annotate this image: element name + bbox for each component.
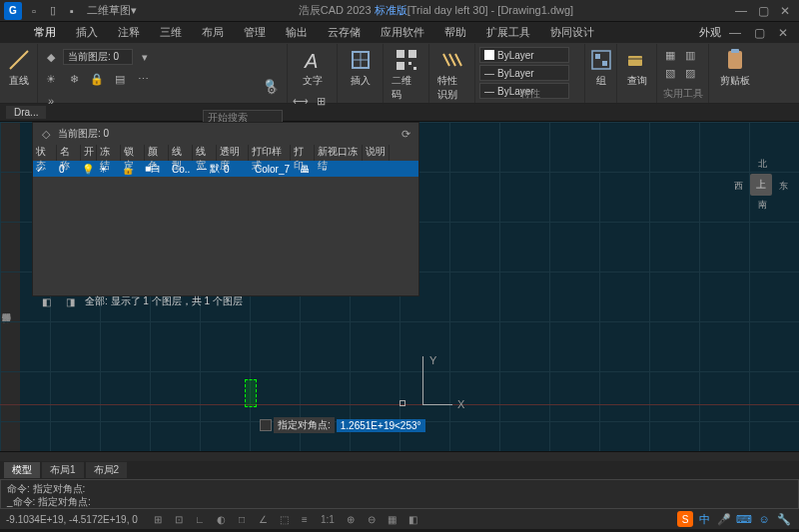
lp-filter-icon[interactable]: ◧	[37, 292, 55, 310]
lineweight-combo[interactable]: — ByLayer	[479, 65, 569, 81]
layer-tool-icon[interactable]: ▾	[136, 48, 154, 66]
workspace-dropdown[interactable]: 二维草图 ▾	[83, 3, 141, 19]
lp-new-icon[interactable]: ◇	[37, 125, 55, 143]
tab-collab[interactable]: 协同设计	[540, 22, 604, 43]
ime-mic-icon[interactable]: 🎤	[715, 511, 733, 527]
clipboard-button[interactable]: 剪贴板	[713, 46, 757, 90]
layer-icon[interactable]: ◆	[42, 48, 60, 66]
app-logo[interactable]: G	[4, 2, 22, 20]
svg-rect-5	[397, 62, 404, 70]
open-icon[interactable]: ▯	[45, 3, 61, 19]
doc-minimize-button[interactable]: —	[725, 25, 745, 41]
snap-toggle[interactable]: ⊡	[170, 511, 188, 527]
find-icon	[625, 48, 649, 72]
tab-3d[interactable]: 三维	[150, 22, 192, 43]
layer-btn1[interactable]: ☀	[42, 70, 60, 88]
osnap-toggle[interactable]: □	[233, 511, 251, 527]
util1-icon[interactable]: ▦	[661, 46, 679, 64]
grid-toggle[interactable]: ⊞	[149, 511, 167, 527]
tab-extend[interactable]: 扩展工具	[476, 22, 540, 43]
gear-icon[interactable]: ⚙	[263, 81, 281, 99]
ime-icon[interactable]: S	[677, 511, 693, 527]
lp-refresh-icon[interactable]: ⟳	[397, 125, 414, 143]
tab-home[interactable]: 常用	[24, 22, 66, 43]
tab-insert[interactable]: 插入	[66, 22, 108, 43]
layer-table-header: 状态 名称 开 冻结 锁定 颜色 线型 线宽 透明度 打印样式 打印 新视口冻结…	[33, 145, 418, 161]
layer-manager-panel: ◇ 当前图层: 0 ⟳ 状态 名称 开 冻结 锁定 颜色 线型 线宽 透明度 打…	[32, 122, 419, 296]
text-button[interactable]: A 文字	[292, 46, 333, 90]
minimize-button[interactable]: —	[731, 3, 751, 19]
file-tab-active[interactable]: Dra...	[6, 106, 46, 119]
ime-tool-icon[interactable]: 🔧	[775, 511, 793, 527]
lwt-toggle[interactable]: ≡	[296, 511, 314, 527]
insert-button[interactable]: 插入	[342, 46, 379, 90]
ime-lang[interactable]: 中	[695, 511, 713, 527]
layer-more[interactable]: ⋯	[134, 70, 152, 88]
layer-combo[interactable]: 当前图层: 0	[63, 49, 133, 65]
line-button[interactable]: 直线	[4, 46, 33, 90]
ime-kbd-icon[interactable]: ⌨	[735, 511, 753, 527]
table-icon[interactable]: ⊞	[312, 92, 330, 110]
sb-more2[interactable]: ⊖	[363, 511, 381, 527]
layer-footer: ◧ ◨ 全部: 显示了 1 个图层，共 1 个图层	[33, 291, 418, 311]
drawing-area[interactable]: 图层特性管理器 YX 上 北南 西东 ◇ 当前图层: 0 ⟳ 状态 名称 开 冻…	[0, 122, 799, 451]
util4-icon[interactable]: ▨	[681, 64, 699, 82]
selection-window	[245, 379, 257, 407]
tab-apps[interactable]: 应用软件	[371, 22, 434, 43]
sb-more3[interactable]: ▦	[384, 511, 401, 527]
prompt-label: 指定对角点:	[274, 417, 335, 433]
qrcode-button[interactable]: 二维码	[388, 46, 424, 104]
doc-maximize-button[interactable]: ▢	[749, 25, 769, 41]
maximize-button[interactable]: ▢	[753, 3, 773, 19]
svg-rect-8	[592, 51, 610, 69]
dim-icon[interactable]: ⟷	[292, 92, 310, 110]
ime-emoji-icon[interactable]: ☺	[755, 511, 773, 527]
tab-output[interactable]: 输出	[276, 22, 318, 43]
layer-btn3[interactable]: 🔒	[88, 70, 106, 88]
polar-toggle[interactable]: ◐	[212, 511, 230, 527]
tab-layout2[interactable]: 布局2	[86, 462, 128, 478]
group-button[interactable]: 组	[589, 46, 612, 90]
tab-manage[interactable]: 管理	[234, 22, 276, 43]
util3-icon[interactable]: ▧	[661, 64, 679, 82]
tab-model[interactable]: 模型	[4, 462, 40, 478]
doc-close-button[interactable]: ✕	[773, 25, 793, 41]
util2-icon[interactable]: ▥	[681, 46, 699, 64]
expand-icon[interactable]: »	[42, 92, 60, 110]
tab-layout1[interactable]: 布局1	[42, 462, 84, 478]
prompt-value[interactable]: 1.2651E+19<253°	[337, 419, 425, 432]
tab-annotate[interactable]: 注释	[108, 22, 150, 43]
text-icon: A	[301, 48, 325, 72]
find-button[interactable]: 查询	[621, 46, 652, 90]
command-line[interactable]: 命令: 指定对角点: _命令: 指定对角点:	[0, 479, 799, 509]
view-cube[interactable]: 上 北南 西东	[738, 162, 784, 208]
lp-invert-icon[interactable]: ◨	[61, 292, 79, 310]
coords-readout[interactable]: -9.1034E+19, -4.5172E+19, 0	[6, 514, 146, 525]
svg-rect-9	[595, 54, 600, 59]
svg-rect-14	[731, 49, 739, 53]
dyn-toggle[interactable]: ⬚	[275, 511, 293, 527]
tab-layout[interactable]: 布局	[192, 22, 234, 43]
svg-rect-11	[628, 56, 642, 66]
scale-display[interactable]: 1:1	[317, 511, 339, 527]
ortho-toggle[interactable]: ∟	[191, 511, 209, 527]
feature-button[interactable]: 特性识别	[433, 46, 470, 104]
quick-access-toolbar: ▫ ▯ ▪ 二维草图 ▾	[26, 3, 141, 19]
current-layer-label: 当前图层: 0	[58, 127, 109, 141]
otrack-toggle[interactable]: ∠	[254, 511, 272, 527]
close-button[interactable]: ✕	[775, 3, 795, 19]
color-combo[interactable]: ByLayer	[479, 47, 569, 63]
tab-cloud[interactable]: 云存储	[318, 22, 371, 43]
layer-row[interactable]: ✓ 0 💡 ☀ 🔓 ■白 Co.. — 默 0 Color_7 🖶 ▫	[33, 161, 418, 177]
svg-line-0	[10, 51, 28, 69]
save-icon[interactable]: ▪	[64, 3, 80, 19]
tab-help[interactable]: 帮助	[434, 22, 476, 43]
appearance-label[interactable]: 外观	[699, 25, 721, 40]
h-scrollbar[interactable]	[0, 451, 799, 461]
layer-btn4[interactable]: ▤	[111, 70, 129, 88]
svg-rect-10	[602, 61, 607, 66]
layer-btn2[interactable]: ❄	[65, 70, 83, 88]
sb-more4[interactable]: ◧	[404, 511, 422, 527]
sb-more1[interactable]: ⊕	[342, 511, 360, 527]
new-icon[interactable]: ▫	[26, 3, 42, 19]
